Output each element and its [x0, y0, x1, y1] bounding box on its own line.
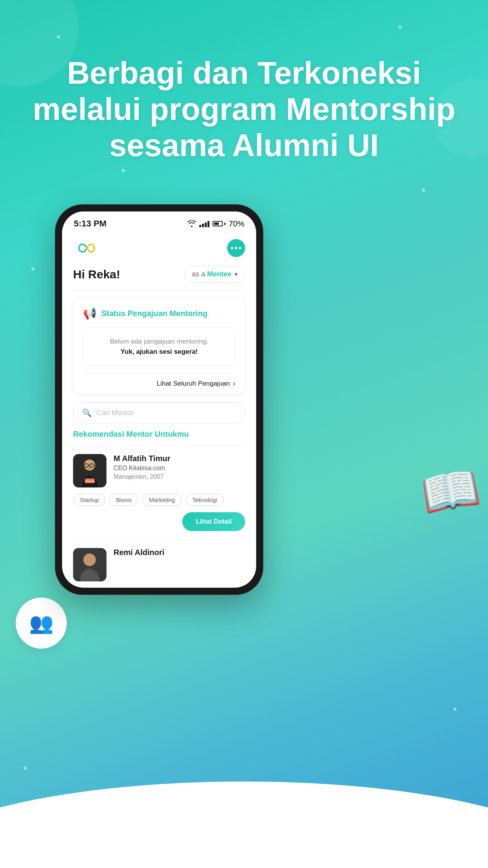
status-card-footer[interactable]: Lihat Seluruh Pengajuan › [83, 373, 235, 394]
phone-screen: 5:13 PM [62, 211, 256, 588]
app-header [62, 233, 256, 262]
chat-button[interactable] [227, 239, 245, 257]
mentor-role-1: CEO Kitabisa.com [114, 465, 245, 472]
search-input-wrapper[interactable]: 🔍 Cari Mentor [73, 402, 245, 423]
hero-title: Berbagi dan Terkoneksi melalui program M… [31, 55, 457, 164]
arrow-right-icon: › [233, 379, 235, 388]
mentor-avatar-img-2 [73, 548, 106, 581]
greeting-text: Hi Reka! [73, 268, 120, 281]
tag-marketing: Marketing [142, 494, 182, 506]
status-icons: 70% [187, 219, 244, 228]
mentor-name-1: M Alfatih Timur [114, 454, 245, 463]
chevron-down-icon: ▾ [235, 270, 238, 278]
chat-dots-icon [231, 247, 241, 249]
mentor-avatar-1: Kitabisa [73, 454, 106, 487]
svg-point-8 [83, 554, 96, 566]
app-logo [73, 242, 97, 254]
dot [398, 26, 402, 29]
phone-mockup-container: 5:13 PM [55, 204, 416, 595]
hero-section: Berbagi dan Terkoneksi melalui program M… [0, 55, 488, 164]
mentor-card-2-partial: Remi Aldinori [73, 540, 245, 581]
battery-indicator [213, 221, 226, 226]
dot [24, 767, 27, 770]
search-placeholder: Cari Mentor [97, 409, 134, 417]
svg-text:Kitabisa: Kitabisa [85, 480, 94, 482]
dot [422, 189, 425, 192]
mentor-info-row-1: Kitabisa M Alfatih Timur CEO Kitabisa.co… [73, 454, 245, 487]
mentor-avatar-2 [73, 548, 106, 581]
role-text: as a Mentee [192, 270, 231, 278]
signal-icon [199, 220, 209, 227]
bottom-shape [0, 782, 488, 868]
detail-button-row-1: Lihat Detail [73, 512, 245, 531]
megaphone-icon: 📢 [83, 307, 97, 320]
status-cta-text: Yuk, ajukan sesi segera! [91, 348, 227, 356]
book-decoration: 📖 [417, 459, 484, 524]
divider [73, 290, 245, 290]
tag-startup: Startup [73, 494, 105, 506]
see-all-label: Lihat Seluruh Pengajuan [157, 380, 230, 388]
phone-frame: 5:13 PM [55, 204, 263, 595]
greeting-row: Hi Reka! as a Mentee ▾ [62, 262, 256, 290]
role-selector[interactable]: as a Mentee ▾ [184, 266, 245, 283]
wifi-icon [187, 220, 196, 227]
mentor-year-1: Manajemen, 2007 [114, 473, 245, 480]
dot [453, 708, 457, 711]
mentor-name-2: Remi Aldinori [114, 548, 245, 557]
people-icon: 👥 [29, 612, 53, 634]
search-container: 🔍 Cari Mentor [73, 402, 245, 423]
tags-row-1: Startup Bisnis Marketing Teknologi [73, 494, 245, 506]
status-bar: 5:13 PM [62, 211, 256, 233]
status-card-body: Belum ada pengajuan mentoring. Yuk, ajuk… [83, 327, 235, 366]
mentor-info-row-2: Remi Aldinori [73, 548, 245, 581]
status-card-title: Status Pengajuan Mentoring [101, 309, 207, 318]
battery-percent: 70% [229, 219, 244, 228]
lihat-detail-button-1[interactable]: Lihat Detail [182, 512, 245, 531]
mentor-details-1: M Alfatih Timur CEO Kitabisa.com Manajem… [114, 454, 245, 480]
status-empty-message: Belum ada pengajuan mentoring. [91, 338, 227, 346]
side-people-decoration: 👥 [16, 598, 67, 649]
mentor-details-2: Remi Aldinori [114, 548, 245, 559]
search-icon: 🔍 [82, 408, 92, 417]
dot [122, 169, 125, 172]
tag-teknologi: Teknologi [185, 494, 224, 506]
mentor-card-1: Kitabisa M Alfatih Timur CEO Kitabisa.co… [73, 446, 245, 539]
role-name: Mentee [207, 270, 231, 278]
dot [31, 267, 35, 270]
recommendations-title: Rekomendasi Mentor Untukmu [62, 430, 256, 439]
status-time: 5:13 PM [74, 219, 106, 229]
mentoring-status-card: 📢 Status Pengajuan Mentoring Belum ada p… [73, 298, 245, 394]
status-card-header: 📢 Status Pengajuan Mentoring [83, 307, 235, 320]
tag-bisnis: Bisnis [109, 494, 138, 506]
mentor-avatar-img-1: Kitabisa [73, 454, 106, 487]
